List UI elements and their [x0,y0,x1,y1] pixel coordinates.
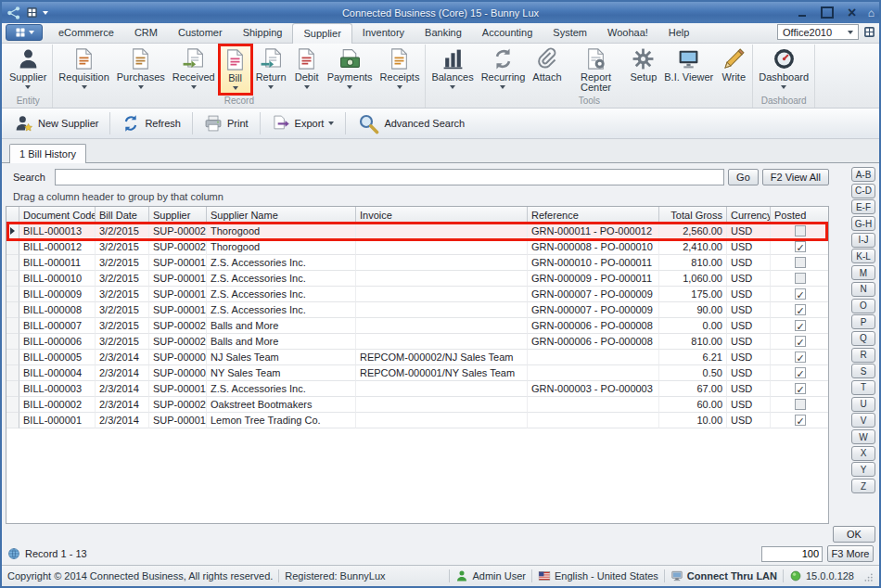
report-center-button[interactable]: Report Center [566,45,627,95]
requisition-button[interactable]: Requisition [55,45,112,95]
menu-tab-ecommerce[interactable]: eCommerce [48,23,124,43]
menu-tab-customer[interactable]: Customer [168,23,233,43]
menu-tab-system[interactable]: System [543,23,597,43]
return-button[interactable]: Return [252,45,290,95]
menu-tab-accounting[interactable]: Accounting [472,23,543,43]
table-row-bill-000009[interactable]: BILL-0000093/2/2015SUP-000012Z.S. Access… [6,287,828,302]
advanced-search-button[interactable]: Advanced Search [350,111,472,135]
chevron-down-icon[interactable] [43,11,48,15]
alpha-filter-n[interactable]: N [851,282,875,297]
posted-checkbox[interactable] [795,273,806,284]
attach-button[interactable]: Attach [529,45,565,95]
connection-status[interactable]: Connect Thru LAN [670,569,777,582]
posted-checkbox[interactable] [795,304,806,315]
quick-access-icon[interactable] [26,6,38,19]
posted-checkbox[interactable] [795,241,806,252]
table-row-bill-000002[interactable]: BILL-0000022/3/2014SUP-000025Oakstreet B… [6,397,828,413]
b-i-viewer-button[interactable]: B.I. Viewer [660,45,717,95]
supplier-button[interactable]: Supplier [6,45,50,95]
menu-tab-inventory[interactable]: Inventory [352,23,415,43]
column-header-currency[interactable]: Currency [727,207,771,224]
posted-checkbox[interactable] [795,383,806,394]
more-button[interactable]: F3 More [827,545,874,562]
column-header-supplier-name[interactable]: Supplier Name [207,207,356,224]
table-row-bill-000003[interactable]: BILL-0000032/3/2014SUP-000012Z.S. Access… [6,381,828,397]
menu-tab-shipping[interactable]: Shipping [233,23,293,43]
posted-checkbox[interactable] [795,415,806,426]
table-row-bill-000007[interactable]: BILL-0000073/2/2015SUP-000026Balls and M… [6,318,828,334]
dashboard-button[interactable]: Dashboard [755,45,812,95]
column-header-reference[interactable]: Reference [528,207,659,224]
menu-tab-woohaa[interactable]: Woohaa! [597,23,658,43]
menu-tab-supplier[interactable]: Supplier [292,23,351,44]
layout-icon[interactable] [863,26,875,38]
alpha-filter-q[interactable]: Q [851,331,875,346]
debit-button[interactable]: Debit [290,45,324,95]
column-header-bill-date[interactable]: Bill Date [96,207,149,224]
share-icon[interactable] [6,6,21,20]
close-button[interactable] [843,6,862,20]
app-menu-button[interactable] [6,24,43,41]
view-all-button[interactable]: F2 View All [762,169,829,185]
column-header-total-gross[interactable]: Total Gross [659,207,727,224]
table-row-bill-000005[interactable]: BILL-0000052/3/2014SUP-000002NJ Sales Te… [6,350,828,365]
alpha-filter-r[interactable]: R [851,348,875,363]
table-row-bill-000011[interactable]: BILL-0000113/2/2015SUP-000012Z.S. Access… [6,255,828,271]
posted-checkbox[interactable] [795,399,806,410]
posted-checkbox[interactable] [795,288,806,300]
maximize-button[interactable] [818,6,836,20]
alpha-filter-k-l[interactable]: K-L [851,249,875,263]
minimize-button[interactable] [793,6,811,20]
home-icon[interactable] [868,6,875,19]
alpha-filter-w[interactable]: W [851,429,875,444]
new-supplier-button[interactable]: New Supplier [7,111,106,135]
tab-bill-history[interactable]: 1 Bill History [9,144,86,163]
search-input[interactable] [55,169,724,185]
posted-checkbox[interactable] [795,352,806,363]
alpha-filter-u[interactable]: U [851,397,875,412]
bill-button[interactable]: Bill [219,45,252,95]
posted-checkbox[interactable] [795,367,806,378]
theme-selector[interactable]: Office2010 [777,24,859,40]
alpha-filter-g-h[interactable]: G-H [851,216,875,231]
alpha-filter-e-f[interactable]: E-F [851,199,875,214]
user-status[interactable]: Admin User [455,569,525,582]
alpha-filter-s[interactable]: S [851,364,875,378]
write-button[interactable]: Write [717,45,750,95]
page-size-input[interactable] [761,546,823,562]
setup-button[interactable]: Setup [627,45,661,95]
balances-button[interactable]: Balances [428,45,477,95]
table-row-bill-000013[interactable]: BILL-0000133/2/2015SUP-000023ThorogoodGR… [6,224,828,239]
alpha-filter-z[interactable]: Z [851,479,875,493]
alpha-filter-c-d[interactable]: C-D [851,184,875,198]
table-row-bill-000012[interactable]: BILL-0000123/2/2015SUP-000023ThorogoodGR… [6,239,828,255]
ok-button[interactable]: OK [833,526,875,543]
purchases-button[interactable]: Purchases [113,45,169,95]
export-button[interactable]: Export [264,111,342,135]
received-button[interactable]: Received [169,45,219,95]
alpha-filter-t[interactable]: T [851,380,875,395]
alpha-filter-x[interactable]: X [851,446,875,461]
alpha-filter-o[interactable]: O [851,299,875,313]
resize-grip-icon[interactable] [862,570,874,582]
alpha-filter-p[interactable]: P [851,314,875,329]
print-button[interactable]: Print [197,111,256,135]
alpha-filter-i-j[interactable]: I-J [851,233,875,248]
menu-tab-crm[interactable]: CRM [124,23,168,43]
alpha-filter-m[interactable]: M [851,265,875,280]
posted-checkbox[interactable] [795,336,806,347]
menu-tab-help[interactable]: Help [658,23,700,43]
table-row-bill-000006[interactable]: BILL-0000063/2/2015SUP-000026Balls and M… [6,334,828,350]
table-row-bill-000008[interactable]: BILL-0000083/2/2015SUP-000012Z.S. Access… [6,302,828,318]
refresh-button[interactable]: Refresh [114,111,188,135]
language-status[interactable]: English - United States [538,569,658,582]
table-row-bill-000001[interactable]: BILL-0000012/3/2014SUP-000015Lemon Tree … [6,413,828,428]
column-header-supplier[interactable]: Supplier [149,207,207,224]
column-header-document-code[interactable]: Document Code [19,207,96,224]
posted-checkbox[interactable] [795,320,806,331]
payments-button[interactable]: Payments [324,45,377,95]
alpha-filter-v[interactable]: V [851,413,875,428]
menu-tab-banking[interactable]: Banking [415,23,472,43]
receipts-button[interactable]: Receipts [377,45,424,95]
column-header-posted[interactable]: Posted [771,207,829,224]
